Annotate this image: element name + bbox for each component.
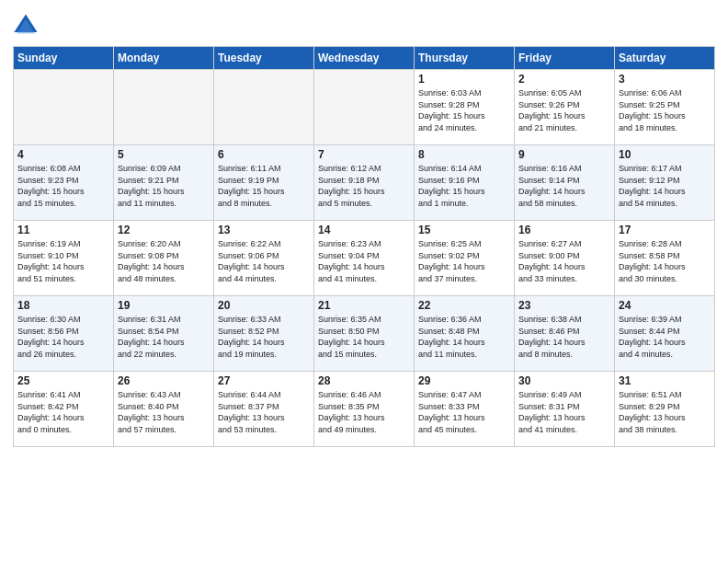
day-info: Sunrise: 6:44 AM Sunset: 8:37 PM Dayligh… — [218, 389, 310, 435]
day-cell: 4Sunrise: 6:08 AM Sunset: 9:23 PM Daylig… — [14, 145, 114, 221]
calendar-table: SundayMondayTuesdayWednesdayThursdayFrid… — [13, 46, 715, 447]
day-cell: 9Sunrise: 6:16 AM Sunset: 9:14 PM Daylig… — [515, 145, 615, 221]
day-cell: 27Sunrise: 6:44 AM Sunset: 8:37 PM Dayli… — [214, 372, 314, 447]
day-info: Sunrise: 6:30 AM Sunset: 8:56 PM Dayligh… — [17, 314, 109, 360]
day-info: Sunrise: 6:23 AM Sunset: 9:04 PM Dayligh… — [318, 238, 410, 284]
day-cell: 7Sunrise: 6:12 AM Sunset: 9:18 PM Daylig… — [314, 145, 415, 221]
day-cell: 24Sunrise: 6:39 AM Sunset: 8:44 PM Dayli… — [615, 296, 715, 372]
day-number: 20 — [218, 299, 310, 312]
day-number: 27 — [218, 374, 310, 387]
day-cell: 14Sunrise: 6:23 AM Sunset: 9:04 PM Dayli… — [314, 221, 415, 296]
day-number: 30 — [518, 374, 610, 387]
day-cell — [14, 70, 114, 145]
logo — [13, 13, 42, 39]
day-info: Sunrise: 6:41 AM Sunset: 8:42 PM Dayligh… — [17, 389, 109, 435]
day-number: 1 — [418, 73, 510, 86]
day-cell: 3Sunrise: 6:06 AM Sunset: 9:25 PM Daylig… — [615, 70, 715, 145]
day-info: Sunrise: 6:33 AM Sunset: 8:52 PM Dayligh… — [218, 314, 310, 360]
day-number: 17 — [619, 224, 711, 236]
day-info: Sunrise: 6:47 AM Sunset: 8:33 PM Dayligh… — [418, 389, 510, 435]
day-info: Sunrise: 6:36 AM Sunset: 8:48 PM Dayligh… — [418, 314, 510, 360]
day-info: Sunrise: 6:46 AM Sunset: 8:35 PM Dayligh… — [318, 389, 410, 435]
day-number: 21 — [318, 299, 410, 312]
day-info: Sunrise: 6:25 AM Sunset: 9:02 PM Dayligh… — [418, 238, 510, 284]
day-cell: 20Sunrise: 6:33 AM Sunset: 8:52 PM Dayli… — [214, 296, 314, 372]
day-info: Sunrise: 6:35 AM Sunset: 8:50 PM Dayligh… — [318, 314, 410, 360]
day-info: Sunrise: 6:28 AM Sunset: 8:58 PM Dayligh… — [619, 238, 711, 284]
day-info: Sunrise: 6:05 AM Sunset: 9:26 PM Dayligh… — [518, 87, 610, 133]
day-info: Sunrise: 6:14 AM Sunset: 9:16 PM Dayligh… — [418, 163, 510, 209]
day-cell — [314, 70, 415, 145]
day-number: 11 — [17, 224, 109, 236]
day-number: 9 — [518, 148, 610, 161]
day-number: 28 — [318, 374, 410, 387]
weekday-saturday: Saturday — [615, 47, 715, 70]
day-cell: 15Sunrise: 6:25 AM Sunset: 9:02 PM Dayli… — [415, 221, 515, 296]
day-number: 13 — [218, 224, 310, 236]
day-cell: 30Sunrise: 6:49 AM Sunset: 8:31 PM Dayli… — [515, 372, 615, 447]
day-number: 19 — [118, 299, 210, 312]
weekday-tuesday: Tuesday — [214, 47, 314, 70]
day-number: 26 — [118, 374, 210, 387]
day-info: Sunrise: 6:39 AM Sunset: 8:44 PM Dayligh… — [619, 314, 711, 360]
day-info: Sunrise: 6:31 AM Sunset: 8:54 PM Dayligh… — [118, 314, 210, 360]
day-cell: 23Sunrise: 6:38 AM Sunset: 8:46 PM Dayli… — [515, 296, 615, 372]
day-cell: 26Sunrise: 6:43 AM Sunset: 8:40 PM Dayli… — [114, 372, 214, 447]
weekday-sunday: Sunday — [14, 47, 114, 70]
day-info: Sunrise: 6:09 AM Sunset: 9:21 PM Dayligh… — [118, 163, 210, 209]
day-number: 29 — [418, 374, 510, 387]
day-number: 14 — [318, 224, 410, 236]
day-cell: 6Sunrise: 6:11 AM Sunset: 9:19 PM Daylig… — [214, 145, 314, 221]
day-info: Sunrise: 6:27 AM Sunset: 9:00 PM Dayligh… — [518, 238, 610, 284]
logo-icon — [13, 13, 39, 39]
weekday-wednesday: Wednesday — [314, 47, 415, 70]
day-number: 3 — [619, 73, 711, 86]
calendar-body: 1Sunrise: 6:03 AM Sunset: 9:28 PM Daylig… — [14, 70, 715, 447]
day-cell: 8Sunrise: 6:14 AM Sunset: 9:16 PM Daylig… — [415, 145, 515, 221]
weekday-thursday: Thursday — [415, 47, 515, 70]
week-row-4: 18Sunrise: 6:30 AM Sunset: 8:56 PM Dayli… — [14, 296, 715, 372]
day-cell: 18Sunrise: 6:30 AM Sunset: 8:56 PM Dayli… — [14, 296, 114, 372]
day-info: Sunrise: 6:08 AM Sunset: 9:23 PM Dayligh… — [17, 163, 109, 209]
week-row-3: 11Sunrise: 6:19 AM Sunset: 9:10 PM Dayli… — [14, 221, 715, 296]
day-number: 22 — [418, 299, 510, 312]
day-number: 10 — [619, 148, 711, 161]
day-number: 4 — [17, 148, 109, 161]
day-number: 25 — [17, 374, 109, 387]
day-cell: 19Sunrise: 6:31 AM Sunset: 8:54 PM Dayli… — [114, 296, 214, 372]
weekday-row: SundayMondayTuesdayWednesdayThursdayFrid… — [14, 47, 715, 70]
week-row-5: 25Sunrise: 6:41 AM Sunset: 8:42 PM Dayli… — [14, 372, 715, 447]
weekday-friday: Friday — [515, 47, 615, 70]
calendar-header: SundayMondayTuesdayWednesdayThursdayFrid… — [14, 47, 715, 70]
day-cell: 1Sunrise: 6:03 AM Sunset: 9:28 PM Daylig… — [415, 70, 515, 145]
day-cell: 22Sunrise: 6:36 AM Sunset: 8:48 PM Dayli… — [415, 296, 515, 372]
day-number: 12 — [118, 224, 210, 236]
weekday-monday: Monday — [114, 47, 214, 70]
day-cell — [214, 70, 314, 145]
day-info: Sunrise: 6:19 AM Sunset: 9:10 PM Dayligh… — [17, 238, 109, 284]
day-info: Sunrise: 6:49 AM Sunset: 8:31 PM Dayligh… — [518, 389, 610, 435]
day-cell: 13Sunrise: 6:22 AM Sunset: 9:06 PM Dayli… — [214, 221, 314, 296]
day-info: Sunrise: 6:11 AM Sunset: 9:19 PM Dayligh… — [218, 163, 310, 209]
week-row-2: 4Sunrise: 6:08 AM Sunset: 9:23 PM Daylig… — [14, 145, 715, 221]
day-info: Sunrise: 6:12 AM Sunset: 9:18 PM Dayligh… — [318, 163, 410, 209]
page: SundayMondayTuesdayWednesdayThursdayFrid… — [0, 0, 728, 563]
day-info: Sunrise: 6:20 AM Sunset: 9:08 PM Dayligh… — [118, 238, 210, 284]
day-cell — [114, 70, 214, 145]
day-number: 5 — [118, 148, 210, 161]
day-number: 15 — [418, 224, 510, 236]
day-info: Sunrise: 6:38 AM Sunset: 8:46 PM Dayligh… — [518, 314, 610, 360]
day-cell: 21Sunrise: 6:35 AM Sunset: 8:50 PM Dayli… — [314, 296, 415, 372]
day-info: Sunrise: 6:03 AM Sunset: 9:28 PM Dayligh… — [418, 87, 510, 133]
day-number: 6 — [218, 148, 310, 161]
day-info: Sunrise: 6:22 AM Sunset: 9:06 PM Dayligh… — [218, 238, 310, 284]
day-number: 7 — [318, 148, 410, 161]
day-info: Sunrise: 6:16 AM Sunset: 9:14 PM Dayligh… — [518, 163, 610, 209]
header — [13, 9, 715, 39]
day-cell: 12Sunrise: 6:20 AM Sunset: 9:08 PM Dayli… — [114, 221, 214, 296]
day-number: 8 — [418, 148, 510, 161]
day-number: 16 — [518, 224, 610, 236]
day-number: 18 — [17, 299, 109, 312]
day-cell: 31Sunrise: 6:51 AM Sunset: 8:29 PM Dayli… — [615, 372, 715, 447]
day-cell: 16Sunrise: 6:27 AM Sunset: 9:00 PM Dayli… — [515, 221, 615, 296]
